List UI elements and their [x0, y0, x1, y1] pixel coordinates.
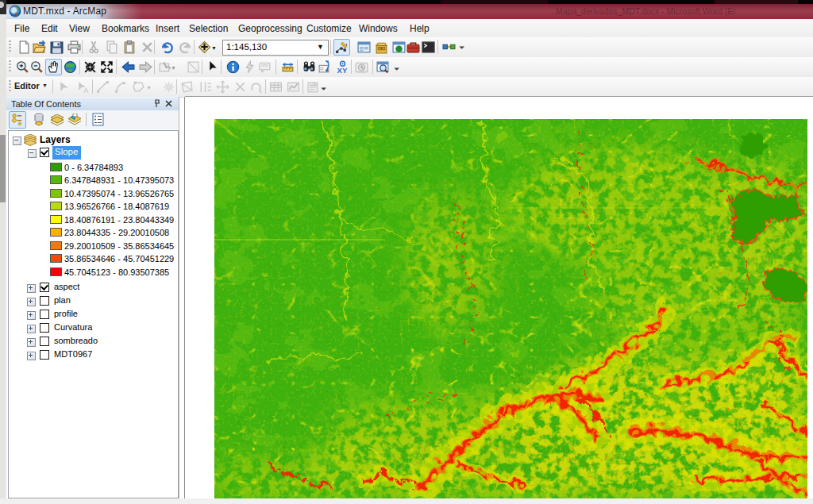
svg-text:XY: XY	[337, 66, 348, 74]
svg-text:A: A	[84, 87, 89, 94]
